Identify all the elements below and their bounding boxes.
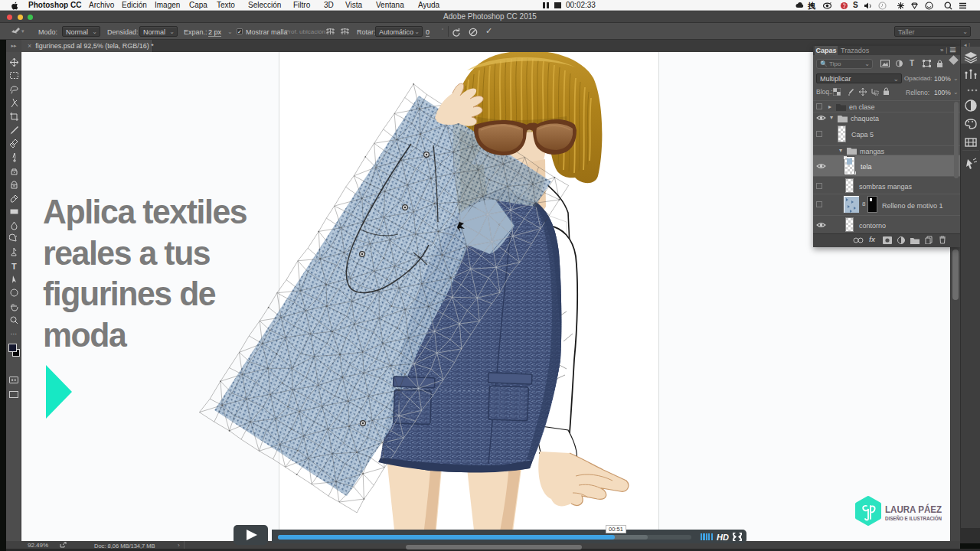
svg-text:DISEÑO E ILUSTRACIÓN: DISEÑO E ILUSTRACIÓN [885, 515, 942, 521]
svg-text:T: T [11, 262, 17, 271]
svg-text:LAURA PÁEZ: LAURA PÁEZ [885, 504, 942, 515]
